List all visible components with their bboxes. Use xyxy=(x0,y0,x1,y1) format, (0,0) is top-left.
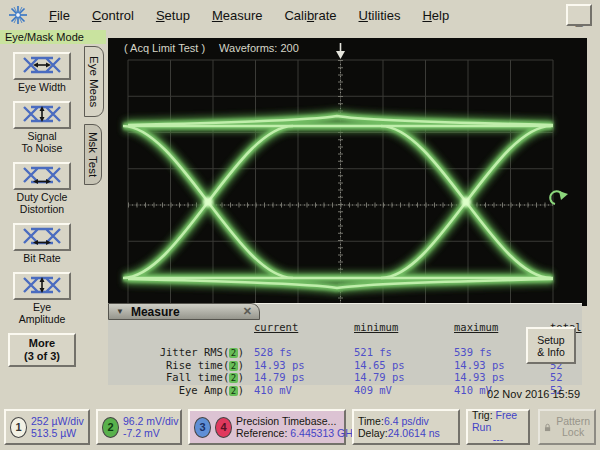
measure-minimum-value: 14.79 ps xyxy=(354,371,454,384)
waveform-count: Waveforms: 200 xyxy=(219,42,299,54)
precision-timebase-box[interactable]: 3 4 Precision Timebase... Reference: 6.4… xyxy=(188,409,346,445)
pattern-lock-button[interactable]: Pattern Lock xyxy=(538,409,596,445)
measure-current-value: 14.79 ps xyxy=(254,371,354,384)
setup-info-line2: & Info xyxy=(537,346,564,358)
menu-control[interactable]: Control xyxy=(81,6,145,25)
time-label: Time: xyxy=(358,415,384,427)
measurement-toolbar: Eye WidthSignal To NoiseDuty Cycle Disto… xyxy=(0,46,84,450)
column-header-minimum: minimum xyxy=(354,321,454,346)
measure-current-value: 14.93 ps xyxy=(254,359,354,372)
trig-sub-value: --- xyxy=(493,433,504,445)
measure-minimum-value: 521 fs xyxy=(354,346,454,359)
padlock-icon xyxy=(544,421,551,434)
tab-msk-test[interactable]: Msk Test xyxy=(84,124,102,185)
time-value: 6.4 ps/div xyxy=(384,415,429,427)
source-channel-badge: 2 xyxy=(229,348,237,358)
timebase-title: Precision Timebase... xyxy=(236,415,358,427)
acq-limit-test-label: ( Acq Limit Test ) xyxy=(124,42,205,54)
minimize-button[interactable]: _ xyxy=(566,4,592,26)
measure-current-value: 528 fs xyxy=(254,346,354,359)
channel-1-box[interactable]: 1 252 µW/div 513.5 µW xyxy=(4,409,90,445)
duty-cycle-distortion-icon xyxy=(20,165,64,188)
bit-rate-label: Bit Rate xyxy=(23,252,60,264)
menu: FileControlSetupMeasureCalibrateUtilitie… xyxy=(38,6,460,25)
delay-label: Delay: xyxy=(358,427,388,439)
channel-3-badge: 3 xyxy=(194,417,211,438)
eye-width-label: Eye Width xyxy=(18,81,66,93)
menu-bar: FileControlSetupMeasureCalibrateUtilitie… xyxy=(0,0,600,30)
eye-width-icon xyxy=(20,55,64,78)
tab-eye-meas[interactable]: Eye Meas xyxy=(84,46,104,117)
oscilloscope-app: FileControlSetupMeasureCalibrateUtilitie… xyxy=(0,0,600,450)
delay-value: 24.0614 ns xyxy=(388,427,440,439)
measure-row-label: Eye Amp(2) xyxy=(114,384,254,397)
measure-title: Measure xyxy=(131,305,180,319)
reference-label: Reference: xyxy=(236,427,287,439)
spark-logo-icon xyxy=(8,5,28,25)
measure-current-value: 410 mV xyxy=(254,384,354,397)
tool-eye-amplitude: Eye Amplitude xyxy=(13,272,71,325)
tool-duty-cycle-distortion: Duty Cycle Distortion xyxy=(13,162,71,215)
channel-4-badge: 4 xyxy=(215,417,232,438)
signal-to-noise-icon xyxy=(20,104,64,127)
menu-utilities[interactable]: Utilities xyxy=(348,6,412,25)
column-header-current: current xyxy=(254,321,354,346)
source-channel-badge: 2 xyxy=(229,373,237,383)
more-line1: More xyxy=(10,337,74,350)
menu-file[interactable]: File xyxy=(38,6,81,25)
menu-help[interactable]: Help xyxy=(411,6,460,25)
channel-2-badge: 2 xyxy=(102,417,119,438)
measure-row-label: Jitter RMS(2) xyxy=(114,346,254,359)
measure-panel: ▼ Measure ✕ currentminimummaximumtotal m… xyxy=(108,303,582,385)
channel-1-scale: 252 µW/div xyxy=(31,415,84,427)
channel-1-badge: 1 xyxy=(10,417,27,438)
duty-cycle-distortion-button[interactable] xyxy=(13,162,71,190)
menu-measure[interactable]: Measure xyxy=(201,6,274,25)
source-channel-badge: 2 xyxy=(229,361,237,371)
setup-info-line1: Setup xyxy=(537,334,564,346)
trigger-box[interactable]: Trig: Free Run --- xyxy=(466,409,530,445)
tool-eye-width: Eye Width xyxy=(13,52,71,93)
more-button[interactable]: More(3 of 3) xyxy=(8,333,76,367)
source-channel-badge: 2 xyxy=(229,386,237,396)
measure-row-label: Fall time(2) xyxy=(114,371,254,384)
menu-calibrate[interactable]: Calibrate xyxy=(273,6,347,25)
more-line2: (3 of 3) xyxy=(10,350,74,363)
bit-rate-button[interactable] xyxy=(13,223,71,251)
eye-amplitude-button[interactable] xyxy=(13,272,71,300)
measure-maximum-value: 14.93 ps xyxy=(454,371,550,384)
scope-display[interactable]: ( Acq Limit Test ) Waveforms: 200 xyxy=(108,38,587,306)
channel-1-offset: 513.5 µW xyxy=(31,427,84,439)
measure-minimum-value: 409 mV xyxy=(354,384,454,397)
eye-amplitude-icon xyxy=(20,275,64,298)
signal-to-noise-button[interactable] xyxy=(13,101,71,129)
measure-tab[interactable]: ▼ Measure ✕ xyxy=(108,303,260,320)
eye-width-button[interactable] xyxy=(13,52,71,80)
tool-signal-to-noise: Signal To Noise xyxy=(13,101,71,154)
agilent-spark-logo xyxy=(8,5,28,25)
setup-info-button[interactable]: Setup & Info xyxy=(526,327,576,364)
measure-total_meas-value: 52 xyxy=(550,371,600,384)
channel-2-box[interactable]: 2 96.2 mV/div -7.2 mV xyxy=(96,409,182,445)
duty-cycle-distortion-label: Duty Cycle Distortion xyxy=(17,191,68,215)
bit-rate-icon xyxy=(20,226,64,249)
menu-setup[interactable]: Setup xyxy=(145,6,201,25)
collapse-triangle-icon[interactable]: ▼ xyxy=(116,307,124,316)
signal-to-noise-label: Signal To Noise xyxy=(22,130,63,154)
table-corner xyxy=(114,321,254,346)
mode-label: Eye/Mask Mode xyxy=(0,30,106,44)
measure-row-label: Rise time(2) xyxy=(114,359,254,372)
reference-value: 6.445313 GHz xyxy=(290,427,358,439)
eye-diagram-waveform xyxy=(108,38,587,306)
channel-2-offset: -7.2 mV xyxy=(123,427,178,439)
timebase-scale-box[interactable]: Time:6.4 ps/div Delay:24.0614 ns xyxy=(352,409,460,445)
trig-label: Trig: xyxy=(472,409,493,421)
eye-amplitude-label: Eye Amplitude xyxy=(19,301,66,325)
close-icon[interactable]: ✕ xyxy=(243,305,252,318)
datetime: 02 Nov 2016 15:59 xyxy=(487,388,580,400)
channel-2-scale: 96.2 mV/div xyxy=(123,415,178,427)
mode-tabs: Eye Meas Msk Test xyxy=(84,46,110,192)
tool-bit-rate: Bit Rate xyxy=(13,223,71,264)
pattern-lock-line2: Lock xyxy=(556,427,590,438)
measure-minimum-value: 14.65 ps xyxy=(354,359,454,372)
